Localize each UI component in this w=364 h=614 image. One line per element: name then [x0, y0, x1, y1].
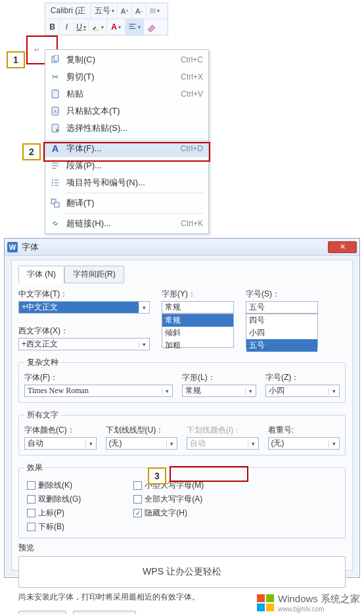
- menu-cut[interactable]: ✂ 剪切(T) Ctrl+X: [45, 68, 208, 85]
- copy-icon: [49, 54, 61, 66]
- dblstrike-label: 双删除线(G): [38, 494, 81, 505]
- dialog-close-button[interactable]: ✕: [328, 241, 357, 253]
- size-label: 字号(S)：: [246, 289, 318, 300]
- checkbox-subscript[interactable]: 下标(B): [27, 521, 81, 532]
- menu-hyperlink[interactable]: 超链接(H)... Ctrl+K: [45, 215, 208, 232]
- menu-font-label: 字体(F)...: [66, 143, 181, 154]
- mini-format-toolbar: Calibri (正 五号 ▾ A+ A– ▾ B I U▾ ▾ A ▾ ▾: [45, 3, 168, 35]
- underline-style-combo[interactable]: (无) ▾: [106, 437, 178, 450]
- checkbox-icon: [133, 495, 142, 504]
- chevron-down-icon: ▾: [139, 341, 149, 348]
- font-color-value: 自动: [25, 438, 85, 449]
- chevron-down-icon: ▾: [138, 24, 141, 30]
- svg-point-9: [52, 179, 53, 181]
- default-button[interactable]: 默认(D)...: [18, 611, 66, 614]
- preview-box: WPS 让办公更轻松: [18, 556, 346, 588]
- en-font-combo[interactable]: +西文正文 ▾: [18, 338, 150, 350]
- dialog-tabs: 字体 (N) 字符间距(R): [18, 266, 346, 283]
- all-text-legend: 所有文字: [24, 410, 61, 421]
- complex-style-combo[interactable]: 常规 ▾: [182, 385, 256, 397]
- checkbox-all-caps[interactable]: 全部大写字母(A): [133, 494, 204, 505]
- underline-style-value: (无): [106, 438, 167, 449]
- font-color-combo[interactable]: 自动 ▾: [24, 437, 97, 450]
- cn-font-combo[interactable]: +中文正文 ▾: [18, 301, 150, 314]
- menu-paste[interactable]: 粘贴 Ctrl+V: [45, 85, 208, 103]
- italic-button[interactable]: I: [60, 19, 74, 35]
- strike-label: 删除线(K): [38, 480, 72, 491]
- chevron-down-icon: ▾: [139, 304, 149, 311]
- menu-hyperlink-label: 超链接(H)...: [66, 218, 181, 229]
- tab-char-spacing[interactable]: 字符间距(R): [64, 266, 124, 283]
- translate-icon: [49, 197, 61, 209]
- font-size-value: 五号: [95, 5, 110, 16]
- complex-font-combo[interactable]: Times New Roman ▾: [24, 385, 173, 397]
- style-option[interactable]: 加粗: [162, 339, 233, 352]
- watermark-brand: Windows: [278, 593, 318, 604]
- size-input[interactable]: 五号: [246, 301, 318, 314]
- en-font-value: +西文正文: [19, 339, 139, 350]
- size-option[interactable]: 四号: [246, 314, 317, 327]
- svg-point-11: [52, 185, 53, 186]
- paste-text-icon: A: [49, 105, 61, 117]
- eraser-icon: [147, 22, 157, 32]
- increase-font-button[interactable]: A+: [118, 3, 132, 18]
- menu-font-shortcut: Ctrl+D: [181, 144, 203, 153]
- checkbox-strike[interactable]: 删除线(K): [27, 480, 81, 491]
- menu-paste-special-label: 选择性粘贴(S)...: [66, 122, 203, 134]
- underline-button[interactable]: U▾: [74, 19, 89, 35]
- menu-font[interactable]: A 字体(F)... Ctrl+D: [45, 140, 208, 157]
- style-input[interactable]: 常规: [162, 301, 234, 314]
- checkbox-hidden-text[interactable]: ✓隐藏文字(H): [133, 508, 204, 519]
- bold-button[interactable]: B: [45, 19, 60, 35]
- menu-paste-special[interactable]: 选择性粘贴(S)...: [45, 120, 208, 137]
- size-listbox[interactable]: 四号 小四 五号: [246, 314, 318, 348]
- emphasis-combo[interactable]: (无) ▾: [268, 437, 340, 450]
- font-size-combo[interactable]: 五号 ▾: [91, 3, 118, 18]
- chevron-down-icon: ▾: [157, 8, 160, 14]
- complex-style-label: 字形(L)：: [182, 372, 256, 383]
- menu-copy[interactable]: 复制(C) Ctrl+C: [45, 51, 208, 68]
- svg-rect-0: [93, 30, 99, 31]
- menu-paste-text[interactable]: A 只粘贴文本(T): [45, 103, 208, 120]
- watermark: Windows 系统之家 www.bjjmlv.com: [253, 592, 364, 614]
- tab-font[interactable]: 字体 (N): [18, 266, 64, 283]
- chevron-down-icon: ▾: [112, 8, 114, 14]
- checkbox-double-strike[interactable]: 双删除线(G): [27, 494, 81, 505]
- menu-translate[interactable]: 翻译(T): [45, 195, 208, 212]
- underline-color-label: 下划线颜色(I)：: [187, 425, 259, 436]
- style-listbox[interactable]: 常规 倾斜 加粗: [162, 314, 234, 348]
- effects-group: 效果 删除线(K) 双删除线(G) 上标(P) 下标(B) 小型大写字母(M) …: [18, 462, 346, 538]
- watermark-suffix: 系统之家: [321, 593, 360, 604]
- size-option[interactable]: 小四: [246, 327, 317, 339]
- size-option[interactable]: 五号: [246, 339, 317, 352]
- complex-style-value: 常规: [183, 385, 245, 396]
- decrease-font-button[interactable]: A–: [132, 3, 147, 18]
- complex-size-label: 字号(Z)：: [265, 372, 340, 383]
- chevron-down-icon: ▾: [245, 388, 256, 394]
- style-option[interactable]: 常规: [162, 314, 233, 327]
- align-button[interactable]: ▾: [125, 19, 144, 35]
- menu-paragraph[interactable]: 段落(P)...: [45, 157, 208, 174]
- menu-bullets[interactable]: 项目符号和编号(N)...: [45, 174, 208, 191]
- highlight-button[interactable]: ▾: [89, 19, 107, 35]
- line-spacing-button[interactable]: ▾: [147, 3, 162, 18]
- svg-point-10: [52, 182, 53, 183]
- eraser-button[interactable]: [144, 19, 160, 35]
- font-color-button[interactable]: A ▾: [107, 19, 125, 35]
- highlight-icon: [91, 22, 100, 32]
- checkbox-checked-icon: ✓: [133, 509, 142, 517]
- font-name-combo[interactable]: Calibri (正: [45, 3, 91, 18]
- style-option[interactable]: 倾斜: [162, 327, 233, 339]
- menu-copy-shortcut: Ctrl+C: [181, 55, 203, 64]
- step-callout-1: 1: [7, 51, 25, 68]
- text-effect-button[interactable]: 文本效果(E)...: [73, 611, 136, 614]
- cn-font-value: +中文正文: [19, 302, 139, 313]
- chevron-down-icon: ▾: [162, 388, 172, 394]
- checkbox-superscript[interactable]: 上标(P): [27, 508, 81, 519]
- paste-special-icon: [49, 122, 61, 134]
- svg-point-8: [56, 129, 58, 131]
- menu-paste-text-label: 只粘贴文本(T): [66, 105, 203, 117]
- complex-size-combo[interactable]: 小四 ▾: [265, 385, 340, 397]
- chevron-down-icon: ▾: [118, 24, 121, 30]
- checkbox-small-caps[interactable]: 小型大写字母(M): [133, 480, 204, 491]
